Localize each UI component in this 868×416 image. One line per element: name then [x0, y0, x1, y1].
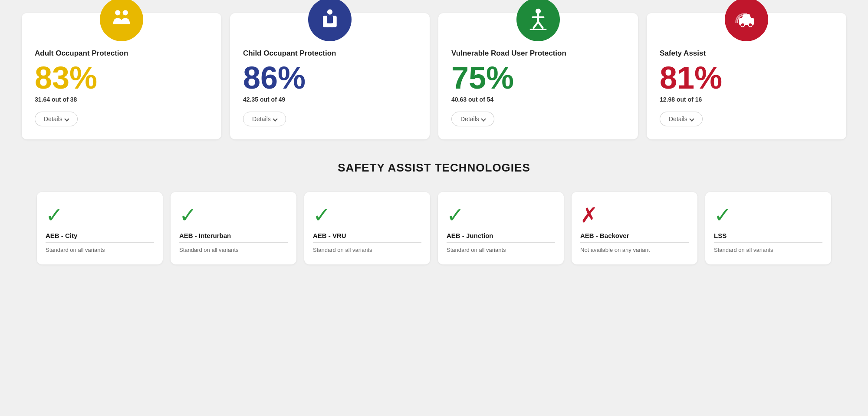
aeb-backover-status: Not available on any variant — [580, 246, 650, 254]
adult-occupant-card: Adult Occupant Protection 83% 31.64 out … — [22, 13, 221, 139]
aeb-junction-card: ✓ AEB - Junction Standard on all variant… — [438, 192, 564, 264]
aeb-city-check-icon: ✓ — [46, 205, 63, 226]
svg-point-1 — [123, 10, 128, 15]
aeb-vru-status: Standard on all variants — [313, 246, 372, 254]
child-occupant-icon-wrapper — [243, 0, 417, 41]
adult-occupant-percent: 83% — [35, 62, 97, 93]
adult-occupant-score: 31.64 out of 38 — [35, 96, 77, 103]
child-occupant-score: 42.35 out of 49 — [243, 96, 285, 103]
svg-point-0 — [115, 10, 120, 15]
safety-assist-icon-wrapper — [660, 0, 833, 41]
vru-title: Vulnerable Road User Protection — [451, 49, 566, 58]
safety-assist-details-button[interactable]: Details — [660, 112, 703, 126]
aeb-junction-name: AEB - Junction — [447, 232, 555, 243]
aeb-junction-check-icon: ✓ — [447, 205, 464, 226]
safety-assist-score: 12.98 out of 16 — [660, 96, 702, 103]
aeb-city-status: Standard on all variants — [46, 246, 105, 254]
child-occupant-title: Child Occupant Protection — [243, 49, 336, 58]
score-cards-row: Adult Occupant Protection 83% 31.64 out … — [17, 13, 851, 139]
svg-point-14 — [741, 23, 745, 27]
aeb-vru-card: ✓ AEB - VRU Standard on all variants — [304, 192, 430, 264]
aeb-city-name: AEB - City — [46, 232, 154, 243]
vru-card: Vulnerable Road User Protection 75% 40.6… — [438, 13, 638, 139]
lss-name: LSS — [714, 232, 822, 243]
vru-score: 40.63 out of 54 — [451, 96, 493, 103]
adult-occupant-title: Adult Occupant Protection — [35, 49, 128, 58]
svg-rect-6 — [331, 23, 334, 27]
aeb-vru-check-icon: ✓ — [313, 205, 330, 226]
section-title: SAFETY ASSIST TECHNOLOGIES — [17, 161, 851, 175]
adult-occupant-icon-wrapper — [35, 0, 208, 41]
tech-cards-row: ✓ AEB - City Standard on all variants ✓ … — [17, 192, 851, 264]
aeb-backover-name: AEB - Backover — [580, 232, 689, 243]
vru-icon — [516, 0, 560, 41]
lss-status: Standard on all variants — [714, 246, 773, 254]
child-occupant-card: Child Occupant Protection 86% 42.35 out … — [230, 13, 430, 139]
aeb-interurban-status: Standard on all variants — [179, 246, 239, 254]
svg-point-15 — [748, 23, 752, 27]
lss-card: ✓ LSS Standard on all variants — [705, 192, 831, 264]
chevron-down-icon — [273, 116, 277, 121]
svg-point-2 — [327, 9, 332, 14]
svg-rect-5 — [326, 23, 329, 27]
lss-check-icon: ✓ — [714, 205, 731, 226]
svg-rect-4 — [327, 16, 333, 23]
aeb-backover-card: ✗ AEB - Backover Not available on any va… — [572, 192, 697, 264]
safety-assist-icon — [725, 0, 768, 41]
aeb-interurban-card: ✓ AEB - Interurban Standard on all varia… — [171, 192, 296, 264]
svg-line-11 — [538, 22, 543, 28]
adult-occupant-icon — [100, 0, 143, 41]
chevron-down-icon — [481, 116, 486, 121]
child-occupant-icon — [308, 0, 352, 41]
safety-assist-percent: 81% — [660, 62, 722, 93]
aeb-backover-cross-icon: ✗ — [580, 205, 598, 226]
aeb-junction-status: Standard on all variants — [447, 246, 506, 254]
chevron-down-icon — [64, 116, 69, 121]
aeb-city-card: ✓ AEB - City Standard on all variants — [37, 192, 163, 264]
child-occupant-percent: 86% — [243, 62, 306, 93]
vru-details-button[interactable]: Details — [451, 112, 494, 126]
aeb-interurban-check-icon: ✓ — [179, 205, 197, 226]
adult-occupant-details-button[interactable]: Details — [35, 112, 78, 126]
vru-icon-wrapper — [451, 0, 625, 41]
safety-assist-title: Safety Assist — [660, 49, 706, 58]
child-occupant-details-button[interactable]: Details — [243, 112, 286, 126]
safety-assist-card: Safety Assist 81% 12.98 out of 16 Detail… — [647, 13, 846, 139]
vru-percent: 75% — [451, 62, 514, 93]
svg-line-10 — [534, 22, 539, 28]
chevron-down-icon — [689, 116, 694, 121]
aeb-interurban-name: AEB - Interurban — [179, 232, 288, 243]
aeb-vru-name: AEB - VRU — [313, 232, 421, 243]
